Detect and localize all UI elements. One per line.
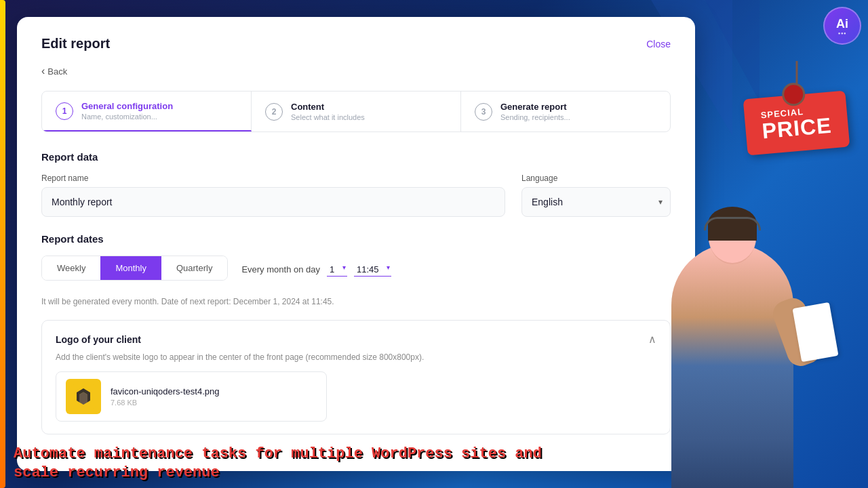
- logo-section-title: Logo of your client: [56, 334, 141, 345]
- step-2-number: 2: [265, 103, 283, 121]
- logo-file-info: favicon-uniqoders-test4.png 7.68 KB: [111, 386, 219, 407]
- time-select-wrapper: 11:4512:00: [354, 263, 391, 277]
- step-1-label: General configuration: [81, 101, 173, 111]
- logo-file-name: favicon-uniqoders-test4.png: [111, 386, 219, 396]
- schedule-prefix: Every month on day: [241, 264, 320, 274]
- day-select[interactable]: 123: [327, 263, 347, 277]
- quarterly-button[interactable]: Quarterly: [161, 256, 227, 280]
- price-tag-inner: SPECIAL PRICE: [743, 91, 850, 156]
- report-name-input[interactable]: [41, 187, 505, 217]
- report-data-title: Report data: [41, 151, 671, 163]
- price-tag-price-label: PRICE: [762, 115, 833, 142]
- monthly-button[interactable]: Monthly: [100, 256, 161, 280]
- step-1-sub: Name, customization...: [81, 113, 173, 121]
- language-select[interactable]: English Spanish French: [521, 187, 671, 217]
- ai-badge-label: Ai: [836, 17, 848, 31]
- report-dates-section: Report dates Weekly Monthly Quarterly Ev…: [41, 233, 671, 306]
- step-1-number: 1: [56, 102, 73, 120]
- bottom-text-line1: Automate maintenance tasks for multiple …: [14, 445, 868, 464]
- left-accent-bar: [0, 0, 5, 488]
- page-title: Edit report: [41, 36, 110, 52]
- time-select[interactable]: 11:4512:00: [354, 263, 391, 277]
- special-price-tag: SPECIAL PRICE: [745, 95, 848, 151]
- language-group: Language English Spanish French ▾: [521, 174, 671, 217]
- step-2-sub: Select what it includes: [291, 113, 365, 121]
- language-label: Language: [521, 174, 671, 183]
- logo-icon-box: [66, 379, 101, 414]
- report-data-row: Report name Language English Spanish Fre…: [41, 174, 671, 217]
- steps-container: 1 General configuration Name, customizat…: [41, 91, 671, 132]
- close-button[interactable]: Close: [646, 39, 671, 49]
- step-2-label: Content: [291, 102, 365, 112]
- back-label: Back: [47, 66, 67, 77]
- logo-file-card: favicon-uniqoders-test4.png 7.68 KB: [56, 371, 327, 422]
- ai-badge: Ai ●●●: [823, 7, 861, 45]
- ai-badge-sub: ●●●: [838, 31, 846, 35]
- logo-description: Add the client's website logo to appear …: [56, 352, 656, 362]
- step-3-sub: Sending, recipients...: [500, 113, 570, 121]
- card-header: Edit report Close: [41, 36, 671, 52]
- bottom-text-line2: scale recurring revenue: [14, 464, 868, 481]
- step-3[interactable]: 3 Generate report Sending, recipients...: [461, 92, 670, 131]
- back-button[interactable]: Back: [41, 65, 671, 77]
- step-2[interactable]: 2 Content Select what it includes: [252, 92, 461, 131]
- main-card: Edit report Close Back 1 General configu…: [17, 17, 695, 471]
- weekly-button[interactable]: Weekly: [42, 256, 100, 280]
- report-name-group: Report name: [41, 174, 505, 217]
- logo-file-size: 7.68 KB: [111, 399, 219, 407]
- period-toggle-group: Weekly Monthly Quarterly: [41, 256, 228, 281]
- logo-icon-svg: [71, 384, 96, 409]
- schedule-info-text: It will be generated every month. Date o…: [41, 297, 671, 306]
- schedule-row: Every month on day 123 11:4512:00: [241, 263, 391, 277]
- report-name-label: Report name: [41, 174, 505, 183]
- bottom-banner: Automate maintenance tasks for multiple …: [14, 445, 868, 481]
- day-select-wrapper: 123: [327, 263, 347, 277]
- language-select-wrapper: English Spanish French ▾: [521, 187, 671, 217]
- step-3-number: 3: [475, 103, 492, 121]
- report-dates-title: Report dates: [41, 233, 671, 245]
- step-3-label: Generate report: [500, 102, 570, 112]
- step-1[interactable]: 1 General configuration Name, customizat…: [42, 92, 252, 131]
- logo-section: Logo of your client ∧ Add the client's w…: [41, 320, 671, 434]
- logo-section-header: Logo of your client ∧: [56, 333, 656, 346]
